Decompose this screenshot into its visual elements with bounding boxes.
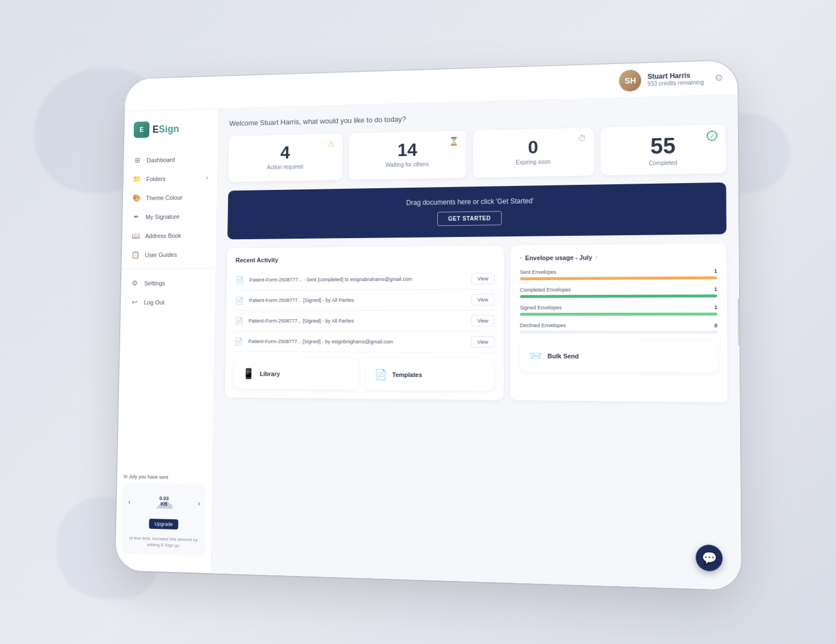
address-book-icon: 📖 bbox=[132, 232, 140, 240]
usage-title: In July you have sent bbox=[124, 473, 206, 481]
bulk-send-icon: 📨 bbox=[529, 350, 542, 362]
cloud-navigation: ‹ ☁ 0.03KB › bbox=[128, 489, 200, 516]
cloud-prev-button[interactable]: ‹ bbox=[128, 498, 130, 506]
cloud-next-button[interactable]: › bbox=[198, 499, 200, 507]
view-button[interactable]: View bbox=[471, 336, 495, 348]
gear-icon[interactable]: ⚙ bbox=[715, 72, 723, 83]
upgrade-button[interactable]: Upgrade bbox=[149, 519, 178, 529]
timer-icon: ⏱ bbox=[578, 134, 586, 143]
recent-activity-title: Recent Activity bbox=[235, 255, 495, 263]
user-info: Stuart Harris 933 credits remaining bbox=[647, 71, 704, 87]
settings-icon: ⚙ bbox=[130, 279, 139, 287]
sidebar-item-dashboard[interactable]: ⊞ Dashboard bbox=[124, 149, 218, 170]
activity-item: 📄 Patient-Form-2508777... - Sent [comple… bbox=[235, 268, 495, 290]
templates-icon: 📄 bbox=[374, 368, 387, 381]
chevron-left-icon: ‹ bbox=[520, 255, 522, 261]
sidebar-item-folders[interactable]: 📁 Folders › bbox=[123, 168, 217, 188]
stat-card-expiring-soon: ⏱ 0 Expiring soon bbox=[473, 128, 594, 177]
quick-link-bulk-send[interactable]: 📨 Bulk Send bbox=[520, 340, 717, 372]
activity-item: 📄 Patient-Form-2508777... [Signed] - by … bbox=[234, 332, 495, 353]
theme-icon: 🎨 bbox=[132, 194, 141, 202]
envelope-stat-row: Sent Envelopes 1 bbox=[520, 268, 717, 275]
sidebar-item-address-book[interactable]: 📖 Address Book bbox=[122, 225, 216, 245]
library-icon: 📱 bbox=[242, 367, 254, 380]
stat-label: Action required bbox=[267, 164, 303, 171]
usage-cloud-area: ‹ ☁ 0.03KB › Upgrade of bbox=[122, 482, 206, 556]
envelope-stat-label: Sent Envelopes bbox=[520, 269, 556, 275]
credits-remaining: 933 credits remaining bbox=[647, 79, 704, 87]
content-area: Welcome Stuart Harris, what would you li… bbox=[211, 95, 741, 590]
envelope-stat-declined: Declined Envelopes 0 bbox=[520, 323, 717, 334]
top-bar-user: SH Stuart Harris 933 credits remaining ⚙ bbox=[619, 67, 723, 92]
activity-item: 📄 Patient-Form-2508777... [Signed] - by … bbox=[235, 290, 495, 311]
bottom-panels: Recent Activity 📄 Patient-Form-2508777..… bbox=[225, 244, 728, 402]
envelope-stat-completed: Completed Envelopes 1 bbox=[520, 286, 717, 298]
envelope-stat-row: Completed Envelopes 1 bbox=[520, 286, 717, 293]
envelope-bar-track bbox=[520, 276, 717, 280]
stat-label: Completed bbox=[649, 160, 678, 167]
upload-prompt-text: Drag documents here or click 'Get Starte… bbox=[239, 194, 715, 209]
chat-fab-button[interactable]: 💬 bbox=[696, 544, 723, 571]
stat-number: 55 bbox=[651, 134, 675, 159]
usage-section: In July you have sent ‹ ☁ 0.03KB › bbox=[116, 468, 213, 562]
sidebar-item-label: Theme Colour bbox=[146, 193, 208, 201]
chevron-right-icon: › bbox=[206, 175, 208, 181]
folders-icon: 📁 bbox=[133, 175, 141, 184]
dashboard-icon: ⊞ bbox=[133, 156, 142, 164]
sidebar-item-my-signature[interactable]: ✒ My Signature bbox=[123, 206, 217, 227]
quick-link-templates[interactable]: 📄 Templates bbox=[365, 359, 495, 391]
envelope-stat-count: 1 bbox=[714, 268, 717, 274]
document-icon: 📄 bbox=[235, 276, 244, 285]
sidebar-item-label: My Signature bbox=[146, 213, 208, 220]
view-button[interactable]: View bbox=[471, 315, 495, 327]
envelope-title-row: ‹ Envelope usage - July › bbox=[520, 253, 717, 261]
sidebar-item-settings[interactable]: ⚙ Settings bbox=[121, 273, 216, 293]
quick-link-library[interactable]: 📱 Library bbox=[234, 359, 359, 390]
user-guides-icon: 📋 bbox=[131, 251, 140, 259]
sidebar-item-user-guides[interactable]: 📋 User Guides bbox=[122, 244, 217, 264]
stat-label: Expiring soon bbox=[516, 159, 550, 166]
activity-text: Patient-Form-2508777... [Signed] - by es… bbox=[248, 338, 465, 345]
sidebar-item-theme-colour[interactable]: 🎨 Theme Colour bbox=[123, 187, 217, 207]
envelope-stat-label: Signed Envelopes bbox=[520, 305, 562, 311]
sidebar-item-label: Dashboard bbox=[147, 155, 208, 163]
main-layout: E ESign ⊞ Dashboard 📁 Folders › 🎨 Theme … bbox=[115, 95, 741, 590]
quick-link-label: Bulk Send bbox=[547, 353, 579, 359]
envelope-usage-panel: ‹ Envelope usage - July › Sent Envelopes… bbox=[510, 244, 728, 402]
envelope-bar-fill bbox=[520, 312, 717, 315]
stat-card-waiting-others: ⏳ 14 Waiting for others bbox=[349, 130, 466, 180]
logo-icon: E bbox=[134, 121, 150, 138]
bulk-send-row: 📨 Bulk Send bbox=[520, 340, 717, 372]
envelope-stat-row: Declined Envelopes 0 bbox=[520, 323, 717, 328]
get-started-button[interactable]: GET STARTED bbox=[437, 211, 501, 226]
stats-row: ⚠ 4 Action required ⏳ 14 Waiting for oth… bbox=[229, 125, 727, 182]
envelope-bar-fill bbox=[520, 294, 717, 298]
logo-text: ESign bbox=[153, 123, 179, 135]
quick-link-label: Library bbox=[260, 370, 280, 377]
quick-links-row: 📱 Library 📄 Templates bbox=[234, 359, 495, 391]
stat-label: Waiting for others bbox=[386, 161, 429, 168]
usage-description: of free limit. Increase this amount by a… bbox=[128, 535, 200, 549]
envelope-bar-fill bbox=[520, 276, 717, 280]
sidebar-item-label: Log Out bbox=[144, 299, 206, 306]
stat-number: 14 bbox=[398, 139, 417, 160]
envelope-stat-sent: Sent Envelopes 1 bbox=[520, 268, 717, 280]
warning-icon: ⚠ bbox=[328, 139, 335, 149]
document-icon: 📄 bbox=[235, 317, 243, 325]
view-button[interactable]: View bbox=[471, 294, 495, 306]
sidebar-item-label: Address Book bbox=[145, 232, 207, 239]
stat-card-action-required: ⚠ 4 Action required bbox=[229, 134, 343, 182]
welcome-message: Welcome Stuart Harris, what would you li… bbox=[229, 107, 725, 128]
view-button[interactable]: View bbox=[471, 273, 495, 284]
activity-text: Patient-Form-2508777... [Signed] - by Al… bbox=[249, 297, 466, 303]
logout-icon: ↩ bbox=[130, 298, 139, 306]
envelope-stat-count: 1 bbox=[714, 286, 717, 292]
envelope-stat-row: Signed Envelopes 1 bbox=[520, 304, 717, 311]
sidebar-item-log-out[interactable]: ↩ Log Out bbox=[121, 293, 216, 312]
envelope-bar-track bbox=[520, 294, 717, 298]
tablet-frame: SH Stuart Harris 933 credits remaining ⚙… bbox=[115, 60, 741, 590]
recent-activity-panel: Recent Activity 📄 Patient-Form-2508777..… bbox=[225, 245, 504, 400]
envelope-stat-count: 0 bbox=[715, 323, 717, 328]
document-icon: 📄 bbox=[234, 337, 243, 346]
stat-card-completed: ✓ 55 Completed bbox=[601, 125, 726, 176]
